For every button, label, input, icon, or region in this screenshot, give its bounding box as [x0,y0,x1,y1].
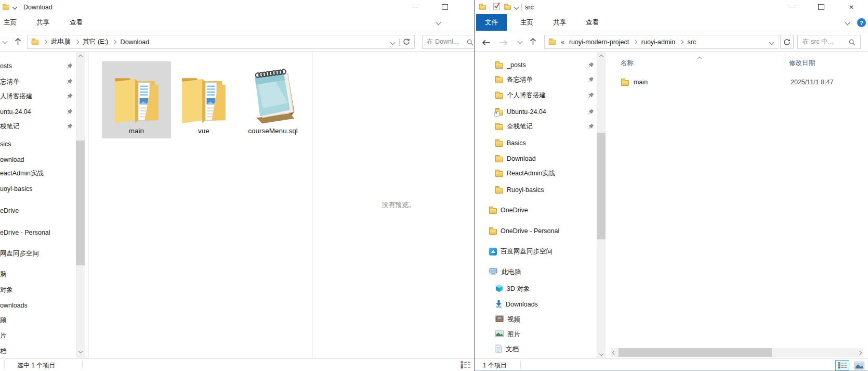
left-titlebar[interactable]: Download [0,0,486,14]
breadcrumb[interactable]: ruoyi-modern-project [569,39,629,46]
scroll-up-icon[interactable] [76,52,85,61]
sidebar-item[interactable]: 个人博客搭建 [495,90,594,100]
sidebar-item[interactable]: Downloads [495,299,538,310]
minimize-button[interactable] [780,0,804,14]
sidebar-item[interactable]: ReactAdmin实战 [495,168,555,178]
breadcrumb[interactable]: Download [121,39,150,46]
up-arrow-icon[interactable] [530,37,536,48]
column-header-name[interactable]: 名称 [621,59,634,68]
breadcrumb[interactable]: 其它 (E:) [83,37,109,46]
right-titlebar[interactable]: src ✕ [475,0,868,14]
ribbon-collapse-icon[interactable] [436,20,441,25]
scroll-right-icon[interactable] [856,348,863,357]
sidebar-item[interactable]: 百度网盘同步空间 [489,246,553,257]
sidebar-item[interactable]: _posts [495,60,594,70]
address-dropdown-icon[interactable] [769,40,774,45]
breadcrumb[interactable]: ruoyi-admin [641,39,675,46]
sidebar-item[interactable]: Ubuntu-24.04 [495,107,594,117]
sort-ascending-icon[interactable] [698,57,702,61]
sidebar-item[interactable]: 对象 [0,285,13,295]
refresh-button[interactable] [780,35,794,49]
sidebar-item[interactable]: OneDrive - Personal [489,226,559,236]
close-button[interactable]: ✕ [839,0,863,14]
search-input[interactable]: 在 src 中... [797,35,861,49]
file-row-main[interactable]: main 2025/11/1 8:47 [615,75,862,89]
sidebar-item[interactable]: OneDrive [489,205,528,215]
scrollbar-thumb[interactable] [619,348,772,357]
sidebar-item[interactable]: 3D 对象 [495,284,530,294]
file-tile-main[interactable]: main [102,61,171,138]
sidebar-item[interactable]: eDrive - Personal [0,227,50,238]
quick-access-dropdown-icon[interactable] [12,5,18,10]
new-folder-icon[interactable] [504,5,511,10]
sidebar-item[interactable]: Download [495,153,536,164]
sidebar-item[interactable]: 脑 [0,269,7,279]
sidebar-item[interactable]: 人博客搭建 [0,91,73,101]
column-header-date[interactable]: 修改日期 [789,59,815,68]
pane-divider[interactable] [88,52,89,358]
breadcrumb[interactable]: 此电脑 [51,37,71,46]
tab-view[interactable]: 查看 [586,14,599,31]
back-arrow-icon[interactable] [482,39,491,48]
sidebar-item[interactable]: uoyi-basics [0,184,33,194]
sidebar-item[interactable]: 档 [0,346,7,356]
maximize-button[interactable] [809,0,833,14]
tab-share[interactable]: 共享 [553,14,566,31]
ribbon-collapse-icon[interactable] [845,20,850,25]
help-icon[interactable]: ? [857,18,866,27]
details-view-button[interactable] [835,360,849,370]
search-input[interactable]: 在 Downl... [422,35,482,49]
sidebar-item[interactable]: ownloads [0,300,28,311]
scroll-left-icon[interactable] [611,348,618,357]
thumbnail-view-button[interactable] [853,361,865,370]
sidebar-item[interactable]: 视频 [495,314,520,325]
quick-access-dropdown-icon[interactable] [514,5,519,10]
column-divider[interactable] [785,57,785,70]
tab-home[interactable]: 主页 [520,14,533,31]
sidebar-item[interactable]: 忘清单 [0,76,73,87]
scrollbar-thumb[interactable] [597,133,606,239]
sidebar-item[interactable]: Basics [495,138,526,148]
sidebar-item[interactable]: 片 [0,330,7,341]
tab-share[interactable]: 共享 [36,14,49,31]
sidebar-item[interactable]: 备忘清单 [495,74,594,85]
refresh-icon[interactable] [403,38,410,47]
sidebar-item[interactable]: 全栈笔记 [495,121,594,132]
explorer-window-download: Download 主页 共享 查看 此电脑 其它 (E:) [0,0,486,371]
breadcrumb-prefix[interactable]: « [561,39,564,46]
sidebar-item[interactable]: Ruoyi-basics [495,185,544,195]
sidebar-item[interactable]: ownload [0,155,24,165]
tab-home[interactable]: 主页 [4,14,17,31]
up-arrow-icon[interactable] [15,37,21,48]
forward-arrow-icon[interactable] [499,39,508,48]
sidebar-item[interactable]: eDrive [0,206,19,216]
sidebar-item[interactable]: 图片 [495,329,520,340]
address-dropdown-icon[interactable] [390,40,396,45]
scroll-down-icon[interactable] [597,349,606,358]
scrollbar-thumb[interactable] [76,140,85,265]
sidebar-item[interactable]: 文档 [495,344,519,354]
address-bar[interactable]: « ruoyi-modern-project ruoyi-admin src [544,35,779,49]
tab-file[interactable]: 文件 [476,14,507,31]
tab-view[interactable]: 查看 [70,14,83,31]
address-bar[interactable]: 此电脑 其它 (E:) Download [27,35,415,49]
scroll-down-icon[interactable] [76,347,85,355]
sidebar-item[interactable]: osts [0,61,73,71]
minimize-button[interactable] [403,0,427,14]
properties-check-icon[interactable] [493,2,501,12]
sidebar-item[interactable]: eactAdmin实战 [0,168,44,178]
sidebar-item[interactable]: sics [0,139,11,149]
breadcrumb[interactable]: src [688,39,696,46]
sidebar-item[interactable]: 频 [0,315,7,325]
sidebar-item[interactable]: 此电脑 [489,267,521,277]
recent-locations-icon[interactable] [518,39,523,44]
scroll-up-icon[interactable] [597,52,606,61]
sidebar-item[interactable]: untu-24.04 [0,107,73,117]
sidebar-item[interactable]: 网盘同步空间 [0,248,39,259]
sidebar-item[interactable]: 栈笔记 [0,121,73,132]
details-view-icon[interactable] [461,361,471,370]
recent-locations-icon[interactable] [3,39,8,44]
file-tile-coursemenu[interactable]: courseMenu.sql [238,61,308,138]
file-tile-vue[interactable]: vue [173,61,235,138]
maximize-button[interactable] [433,0,457,14]
